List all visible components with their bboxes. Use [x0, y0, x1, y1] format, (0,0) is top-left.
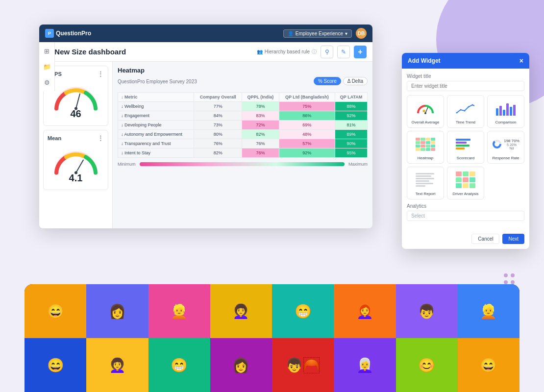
- heatmap-panel: Heatmap QuestionPro Employee Survey 2023…: [113, 62, 372, 228]
- next-button[interactable]: Next: [502, 234, 524, 244]
- person-6: 👩‍🦰: [334, 284, 396, 338]
- cell-tt-company: 76%: [194, 139, 242, 148]
- logo-text: QuestionPro: [56, 30, 91, 37]
- person-14: 👩‍🦳: [334, 338, 396, 392]
- cell-tt-qppl: 76%: [242, 139, 279, 148]
- employee-experience-btn[interactable]: 👤 Employee Experience ▾: [283, 29, 352, 38]
- scorecard-label: Scorecard: [450, 156, 481, 160]
- text-report-preview: [410, 170, 441, 190]
- sidebar-icons: ⊞ 📁 ⚙: [39, 42, 55, 91]
- mini-text-report-chart: [416, 173, 435, 187]
- dialog-title: Add Widget: [408, 57, 441, 64]
- mean-menu[interactable]: ⋮: [97, 134, 104, 142]
- cancel-button[interactable]: Cancel: [471, 234, 499, 244]
- cell-eng-qpltd: 86%: [279, 111, 335, 121]
- driver-analysis-label: Driver Analysis: [450, 192, 481, 196]
- delta-btn[interactable]: Δ Delta: [343, 77, 368, 85]
- cell-ae-latam: 89%: [335, 130, 368, 139]
- svg-point-11: [472, 104, 473, 106]
- legend-min: Minimum: [118, 162, 136, 167]
- table-row: ↓ Transparency and Trust 76% 76% 57% 90%: [118, 139, 368, 148]
- text-report-label: Text Report: [410, 192, 441, 196]
- heatmap-preview: [410, 134, 441, 154]
- main-content: eNPS ⋮: [39, 62, 372, 228]
- cell-wb-qpltd: 75%: [279, 102, 335, 111]
- mean-widget: Mean ⋮: [43, 130, 108, 190]
- filter-btn[interactable]: ⚲: [321, 46, 333, 58]
- sidebar-icon-folder[interactable]: 📁: [42, 62, 52, 72]
- enps-title: eNPS ⋮: [48, 70, 104, 78]
- employee-icon: 👤: [288, 31, 294, 36]
- widget-option-heatmap[interactable]: Heatmap: [407, 131, 444, 164]
- info-icon: ⓘ: [312, 49, 317, 55]
- table-row: ↓ Wellbeing 77% 78% 75% 88%: [118, 102, 368, 111]
- cell-wb-latam: 88%: [335, 102, 368, 111]
- avatar-initials: DB: [358, 31, 365, 36]
- svg-text:😊: 😊: [422, 109, 426, 113]
- sidebar-icon-grid[interactable]: ⊞: [42, 46, 52, 56]
- mini-response-chart: 198 70% 5 20% Nd: [492, 139, 519, 150]
- widget-option-overall-average[interactable]: 😊 Overall Average: [407, 95, 444, 128]
- person-15: 😊: [396, 338, 458, 392]
- edit-btn[interactable]: ✎: [337, 46, 350, 58]
- heatmap-subtitle: QuestionPro Employee Survey 2023: [118, 79, 197, 84]
- time-trend-preview: [450, 98, 481, 118]
- sidebar-icon-settings[interactable]: ⚙: [42, 77, 52, 87]
- comparison-label: Comparison: [491, 120, 521, 124]
- dashboard-window: P QuestionPro 👤 Employee Experience ▾ DB…: [39, 24, 372, 228]
- cell-wb-company: 77%: [194, 102, 242, 111]
- th-company: Company Overall: [194, 93, 242, 102]
- breadcrumb: 👥 Hierarchy based rule ⓘ: [257, 49, 317, 55]
- widget-option-time-trend[interactable]: Time Trend: [447, 95, 484, 128]
- svg-line-0: [76, 94, 80, 109]
- metric-intent: ↓ Intent to Stay: [118, 148, 194, 158]
- mean-gauge: 4.1: [48, 145, 104, 186]
- cell-eng-latam: 92%: [335, 111, 368, 121]
- widget-option-response-rate[interactable]: 198 70% 5 20% Nd Response Rate: [487, 131, 524, 164]
- person-4: 👩‍🦱: [210, 284, 272, 338]
- enps-gauge-svg: [51, 83, 100, 112]
- svg-point-8: [460, 109, 462, 111]
- score-btn[interactable]: % Score: [314, 77, 341, 85]
- second-bar: ‹ New Size dashboard 👥 Hierarchy based r…: [39, 42, 372, 62]
- widget-options-grid: 😊 Overall Average Time: [407, 95, 524, 199]
- widget-option-scorecard[interactable]: Scorecard: [447, 131, 484, 164]
- enps-menu[interactable]: ⋮: [97, 70, 104, 78]
- mean-value: 4.1: [69, 172, 83, 184]
- metric-wellbeing: ↓ Wellbeing: [118, 102, 194, 111]
- th-qppl: QPPL (India): [242, 93, 279, 102]
- cell-eng-company: 84%: [194, 111, 242, 121]
- dialog-header: Add Widget ×: [402, 53, 529, 69]
- driver-analysis-preview: [450, 170, 481, 190]
- scorecard-preview: [450, 134, 481, 154]
- nav-right: 👤 Employee Experience ▾ DB: [283, 28, 367, 39]
- person-5: 😁: [272, 284, 334, 338]
- nav-logo: P QuestionPro: [45, 29, 91, 38]
- employee-btn-label: Employee Experience: [296, 31, 343, 36]
- enps-value: 46: [70, 108, 81, 120]
- svg-point-7: [456, 112, 458, 114]
- widget-title-input[interactable]: [407, 81, 524, 91]
- table-row: ↓ Engagement 84% 83% 86% 92%: [118, 111, 368, 121]
- widget-option-text-report[interactable]: Text Report: [407, 167, 444, 199]
- time-trend-label: Time Trend: [450, 120, 481, 124]
- dialog-close-btn[interactable]: ×: [519, 57, 523, 65]
- mini-scorecard-chart: [456, 139, 475, 149]
- cell-tt-latam: 90%: [335, 139, 368, 148]
- person-hierarchy-icon: 👥: [257, 49, 263, 54]
- response-rate-label: Response Rate: [491, 156, 521, 160]
- cell-ae-company: 80%: [194, 130, 242, 139]
- svg-point-5: [424, 112, 426, 114]
- nav-bar: P QuestionPro 👤 Employee Experience ▾ DB: [39, 24, 372, 42]
- enps-gauge: 46: [48, 81, 104, 122]
- widget-option-comparison[interactable]: Comparison: [487, 95, 524, 128]
- analytics-select[interactable]: Select: [407, 211, 524, 221]
- person-7: 👦: [396, 284, 458, 338]
- add-widget-btn[interactable]: +: [354, 46, 367, 58]
- user-avatar[interactable]: DB: [356, 28, 367, 39]
- person-16: 😄: [458, 338, 519, 392]
- widget-option-driver-analysis[interactable]: Driver Analysis: [447, 167, 484, 199]
- person-2: 👩: [86, 284, 148, 338]
- page-title: New Size dashboard: [54, 48, 126, 56]
- person-9: 😄: [25, 338, 86, 392]
